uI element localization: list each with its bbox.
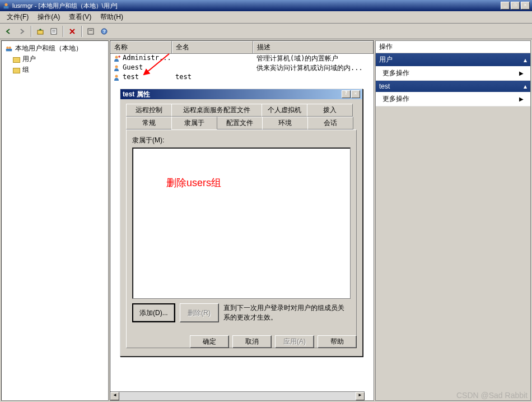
tab-memberof[interactable]: 隶属于: [171, 117, 217, 130]
annotation-text: 删除users组: [166, 176, 221, 190]
close-button[interactable]: ✕: [521, 2, 530, 10]
add-button[interactable]: 添加(D)...: [132, 303, 175, 322]
col-fullname[interactable]: 全名: [172, 41, 253, 53]
col-desc[interactable]: 描述: [253, 41, 374, 53]
dialog-help-button[interactable]: ?: [342, 90, 351, 98]
svg-point-11: [9, 47, 11, 49]
user-icon: [114, 74, 122, 81]
svg-rect-12: [6, 49, 12, 51]
maximize-button[interactable]: ❐: [511, 2, 520, 10]
tab-personal-vm[interactable]: 个人虚拟机: [262, 104, 307, 117]
delete-button[interactable]: [66, 25, 78, 38]
menu-file[interactable]: 文件(F): [2, 11, 33, 23]
properties-button[interactable]: [48, 25, 60, 38]
actions-group-test[interactable]: test▴: [376, 81, 530, 92]
forward-button[interactable]: [16, 25, 28, 38]
grid-header: 名称 全名 描述: [110, 41, 374, 54]
help-button[interactable]: 帮助: [318, 335, 357, 348]
svg-rect-6: [88, 29, 94, 34]
tree-groups[interactable]: 组: [12, 64, 106, 75]
properties-dialog: test 属性 ? ✕ 远程控制 远程桌面服务配置文件 个人虚拟机 拨入 常规 …: [120, 89, 363, 357]
svg-point-15: [115, 75, 118, 77]
toolbar: ?: [0, 24, 532, 39]
svg-point-0: [4, 3, 7, 6]
note-text: 直到下一次用户登录时对用户的组成员关系的更改才生效。: [223, 303, 351, 322]
remove-button[interactable]: 删除(R): [180, 303, 219, 322]
svg-rect-2: [38, 30, 43, 34]
actions-pane: 操作 用户▴ 更多操作▶ test▴ 更多操作▶: [375, 40, 531, 401]
tree-pane: 本地用户和组（本地） 用户 组: [1, 40, 109, 401]
tab-dialin[interactable]: 拨入: [307, 104, 353, 117]
svg-point-10: [6, 47, 8, 49]
watermark: CSDN @Sad Rabbit: [456, 391, 528, 400]
group-icon: [5, 45, 13, 53]
tabs-row1: 远程控制 远程桌面服务配置文件 个人虚拟机 拨入: [126, 104, 357, 117]
menu-view[interactable]: 查看(V): [64, 11, 96, 23]
user-icon: [114, 55, 122, 62]
menu-help[interactable]: 帮助(H): [96, 11, 128, 23]
user-icon: [114, 64, 122, 71]
chevron-right-icon: ▶: [519, 96, 524, 102]
scroll-right-icon[interactable]: ►: [356, 392, 365, 400]
svg-rect-3: [51, 29, 57, 34]
tree-root-item[interactable]: 本地用户和组（本地）: [4, 43, 106, 54]
apply-button[interactable]: 应用(A): [275, 335, 314, 348]
menu-action[interactable]: 操作(A): [33, 11, 64, 23]
tab-environment[interactable]: 环境: [262, 117, 308, 130]
dialog-titlebar[interactable]: test 属性 ? ✕: [120, 89, 362, 99]
collapse-icon: ▴: [524, 56, 527, 64]
tab-rds-profile[interactable]: 远程桌面服务配置文件: [171, 104, 262, 117]
cancel-button[interactable]: 取消: [232, 335, 272, 348]
dialog-title: test 属性: [123, 90, 150, 99]
help-button[interactable]: ?: [98, 25, 110, 38]
collapse-icon: ▴: [524, 82, 527, 90]
svg-point-14: [115, 65, 118, 68]
tab-panel: 隶属于(M): 删除users组 添加(D)... 删除(R) 直到下一次用户登…: [126, 130, 357, 348]
memberof-listbox[interactable]: 删除users组: [132, 147, 351, 299]
app-icon: [2, 2, 10, 10]
table-row[interactable]: Administr... 管理计算机(域)的内置帐户: [110, 54, 374, 63]
actions-more-1[interactable]: 更多操作▶: [376, 66, 530, 81]
svg-text:?: ?: [102, 29, 106, 34]
tab-remote-control[interactable]: 远程控制: [126, 104, 172, 117]
actions-header: 操作: [376, 41, 530, 53]
refresh-button[interactable]: [85, 25, 97, 38]
minimize-button[interactable]: _: [501, 2, 510, 10]
ok-button[interactable]: 确定: [190, 335, 229, 348]
svg-point-13: [115, 56, 118, 58]
memberof-label: 隶属于(M):: [132, 136, 351, 145]
back-button[interactable]: [2, 25, 15, 38]
col-name[interactable]: 名称: [110, 41, 172, 53]
table-row[interactable]: Guest 供来宾访问计算机或访问域的内...: [110, 63, 374, 73]
svg-rect-1: [4, 6, 9, 8]
actions-group-users[interactable]: 用户▴: [376, 53, 530, 66]
table-row[interactable]: test test: [110, 73, 374, 81]
tab-general[interactable]: 常规: [126, 117, 172, 130]
actions-more-2[interactable]: 更多操作▶: [376, 92, 530, 107]
chevron-right-icon: ▶: [519, 70, 524, 76]
dialog-close-button[interactable]: ✕: [351, 90, 360, 98]
scroll-left-icon[interactable]: ◄: [110, 392, 119, 400]
tab-sessions[interactable]: 会话: [307, 117, 353, 130]
menubar: 文件(F) 操作(A) 查看(V) 帮助(H): [0, 11, 532, 24]
up-button[interactable]: [34, 25, 46, 38]
tabs-row2: 常规 隶属于 配置文件 环境 会话: [126, 117, 357, 130]
horizontal-scrollbar[interactable]: ◄ ►: [110, 391, 365, 400]
grid-pane: 名称 全名 描述 Administr... 管理计算机(域)的内置帐户 Gues…: [110, 40, 374, 401]
window-title: lusrmgr - [本地用户和组（本地）\用户]: [12, 2, 118, 10]
folder-icon: [13, 57, 20, 63]
folder-icon: [13, 68, 20, 73]
tree-users[interactable]: 用户: [12, 54, 106, 64]
tab-profile[interactable]: 配置文件: [217, 117, 263, 130]
titlebar: lusrmgr - [本地用户和组（本地）\用户] _ ❐ ✕: [0, 0, 532, 11]
